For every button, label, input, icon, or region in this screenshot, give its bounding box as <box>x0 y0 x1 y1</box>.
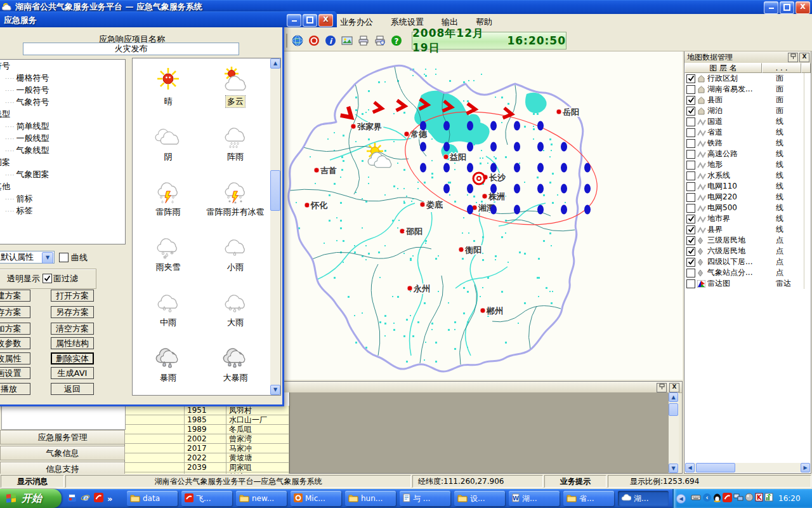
tree-node-一般线型[interactable]: ····一般线型 <box>0 132 125 144</box>
app-icon[interactable] <box>67 493 77 504</box>
weather-item-大暴雨[interactable]: 大暴雨 <box>202 342 268 384</box>
ie-icon[interactable]: e <box>81 493 90 504</box>
fetion-icon[interactable] <box>723 493 732 504</box>
symbol-tree[interactable]: 符号····栅格符号····一般符号····气象符号线型····简单线型····… <box>0 59 126 244</box>
print-preview-icon[interactable] <box>372 33 388 48</box>
quick-launch-more-icon[interactable]: » <box>107 494 112 504</box>
weather-scrollbar[interactable]: ▲ ▼ <box>270 58 280 395</box>
tree-node-其他[interactable]: 其他 <box>0 180 125 192</box>
button-生成AVI[interactable]: 生成AVI <box>51 367 94 379</box>
dialog-close-button[interactable]: X <box>318 14 333 27</box>
tree-node-符号[interactable]: 符号 <box>0 60 125 72</box>
pin-icon[interactable] <box>788 53 798 62</box>
layer-row-行政区划[interactable]: 行政区划面 <box>684 73 811 84</box>
table-row[interactable]: 1951凤羽村 <box>125 406 289 415</box>
tree-node-箭标[interactable]: ····箭标 <box>0 192 125 204</box>
weather-item-大雨[interactable]: 大雨 <box>202 287 268 328</box>
layer-checkbox[interactable] <box>686 225 695 234</box>
table-row[interactable]: 2017马家冲 <box>125 444 289 453</box>
layer-row-湖泊[interactable]: 湖泊面 <box>684 105 811 116</box>
layer-row-三级居民地[interactable]: 三级居民地点 <box>684 235 811 246</box>
button-画设置[interactable]: 画设置 <box>0 367 30 379</box>
table-row[interactable]: 2039周家咀 <box>125 463 289 472</box>
layer-checkbox[interactable] <box>686 107 695 116</box>
layer-checkbox[interactable] <box>686 96 695 105</box>
layer-row-四级以下居...[interactable]: 四级以下居...点 <box>684 257 811 267</box>
weather-item-雨夹雪[interactable]: 雨夹雪 <box>135 232 201 273</box>
layer-row-高速公路[interactable]: 高速公路线 <box>684 149 811 159</box>
column-layer-name[interactable]: 图 层 名 <box>684 63 762 73</box>
layer-row-县界[interactable]: 县界线 <box>684 224 811 235</box>
scroll-left-icon[interactable]: ◀ <box>685 463 695 472</box>
tree-node-气象图案[interactable]: ····气象图案 <box>0 168 125 180</box>
layer-checkbox[interactable] <box>686 161 695 170</box>
scroll-down-icon[interactable]: ▼ <box>669 464 678 473</box>
tree-node-标签[interactable]: ····标签 <box>0 204 125 217</box>
curve-checkbox[interactable] <box>59 253 69 262</box>
layer-checkbox[interactable] <box>686 117 695 126</box>
button-加方案[interactable]: 加方案 <box>0 323 30 335</box>
weather-item-阴[interactable]: 阴 <box>135 121 201 163</box>
button-删除实体[interactable]: 删除实体 <box>51 352 94 364</box>
dialog-maximize-button[interactable] <box>303 14 317 27</box>
layer-checkbox[interactable] <box>686 171 695 180</box>
scroll-right-icon[interactable]: ▶ <box>801 463 810 472</box>
weather-symbol-list[interactable]: 晴多云阴阵雨雷阵雨雷阵雨并有冰雹雨夹雪小雨中雨大雨暴雨大暴雨 ▲ ▼ <box>132 58 281 396</box>
layer-checkbox[interactable] <box>686 74 695 83</box>
nav-应急服务管理[interactable]: 应急服务管理 <box>0 430 125 444</box>
layer-checkbox[interactable] <box>686 215 695 224</box>
table-row[interactable]: 1985水口山一厂 <box>125 415 289 425</box>
button-建方案[interactable]: 建方案 <box>0 290 30 302</box>
table-row[interactable]: 2022黄坡塘 <box>125 453 289 463</box>
menu-item-业务办公[interactable]: 业务办公 <box>331 15 382 30</box>
map-area[interactable]: 张家界常德岳阳益阳长沙吉首怀化娄底株洲湘潭邵阳衡阳永州郴州 <box>280 51 683 380</box>
layer-row-地市界[interactable]: 地市界线 <box>684 213 811 224</box>
face-filter-checkbox[interactable] <box>43 274 52 283</box>
chart-icon[interactable] <box>764 493 773 504</box>
layer-checkbox[interactable] <box>686 150 695 159</box>
layer-row-湖南省易发...[interactable]: 湖南省易发...面 <box>684 84 811 95</box>
layer-checkbox[interactable] <box>686 236 695 245</box>
help-icon[interactable]: ? <box>389 33 404 48</box>
scroll-up-icon[interactable]: ▲ <box>270 58 280 69</box>
weather-item-阵雨[interactable]: 阵雨 <box>202 121 268 163</box>
task-button-省...[interactable]: 省... <box>563 491 614 506</box>
weather-item-暴雨[interactable]: 暴雨 <box>135 342 201 384</box>
info-icon[interactable]: i <box>323 33 338 48</box>
tray-collapse-icon[interactable]: ◀ <box>676 494 686 504</box>
table-row[interactable]: 2002曾家湾 <box>125 434 289 444</box>
qq-icon[interactable] <box>713 493 721 504</box>
network-icon[interactable] <box>733 493 743 504</box>
layers-horizontal-scrollbar[interactable]: ◀ ▶ <box>685 463 810 472</box>
tree-node-一般符号[interactable]: ····一般符号 <box>0 84 125 96</box>
layer-checkbox[interactable] <box>686 279 695 288</box>
rotate-icon[interactable]: ‹ <box>702 493 712 504</box>
tree-node-气象线型[interactable]: ····气象线型 <box>0 144 125 156</box>
column-dots[interactable]: . . . <box>762 63 801 73</box>
tree-node-栅格符号[interactable]: ····栅格符号 <box>0 72 125 84</box>
close-button[interactable]: X <box>796 1 810 14</box>
layer-checkbox[interactable] <box>686 182 695 191</box>
ball-icon[interactable] <box>745 493 754 504</box>
button-另存方案[interactable]: 另存方案 <box>51 306 94 318</box>
weather-item-多云[interactable]: 多云 <box>202 66 268 107</box>
start-button[interactable]: 开始 <box>0 489 62 508</box>
tree-node-线型[interactable]: 线型 <box>0 108 125 120</box>
scroll-up-icon[interactable]: ▲ <box>669 392 678 402</box>
hunan-map[interactable]: 张家界常德岳阳益阳长沙吉首怀化娄底株洲湘潭邵阳衡阳永州郴州 <box>280 51 683 380</box>
layer-checkbox[interactable] <box>686 139 695 148</box>
weather-item-雷阵雨并有冰雹[interactable]: 雷阵雨并有冰雹 <box>202 177 268 218</box>
close-icon[interactable]: X <box>669 383 679 392</box>
kaspersky-icon[interactable]: K <box>755 493 763 504</box>
weather-item-晴[interactable]: 晴 <box>135 66 201 107</box>
button-清空方案[interactable]: 清空方案 <box>51 323 94 335</box>
layer-row-气象站点分...[interactable]: 气象站点分...点 <box>684 267 811 278</box>
button-属性结构[interactable]: 属性结构 <box>51 337 94 349</box>
layer-checkbox[interactable] <box>686 258 695 267</box>
layer-checkbox[interactable] <box>686 85 695 94</box>
layer-row-省道[interactable]: 省道线 <box>684 127 811 138</box>
layer-checkbox[interactable] <box>686 128 695 137</box>
layer-row-水系线[interactable]: 水系线线 <box>684 170 811 181</box>
layer-row-电网500[interactable]: 电网500线 <box>684 203 811 213</box>
task-button-hun...[interactable]: hun... <box>345 491 396 506</box>
